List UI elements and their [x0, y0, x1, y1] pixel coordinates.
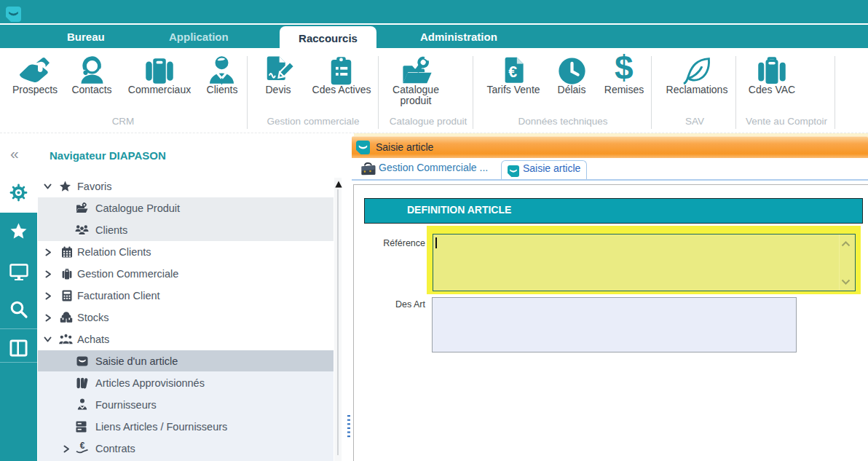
svg-text:€: € [508, 63, 517, 81]
svg-text:€: € [80, 441, 85, 451]
